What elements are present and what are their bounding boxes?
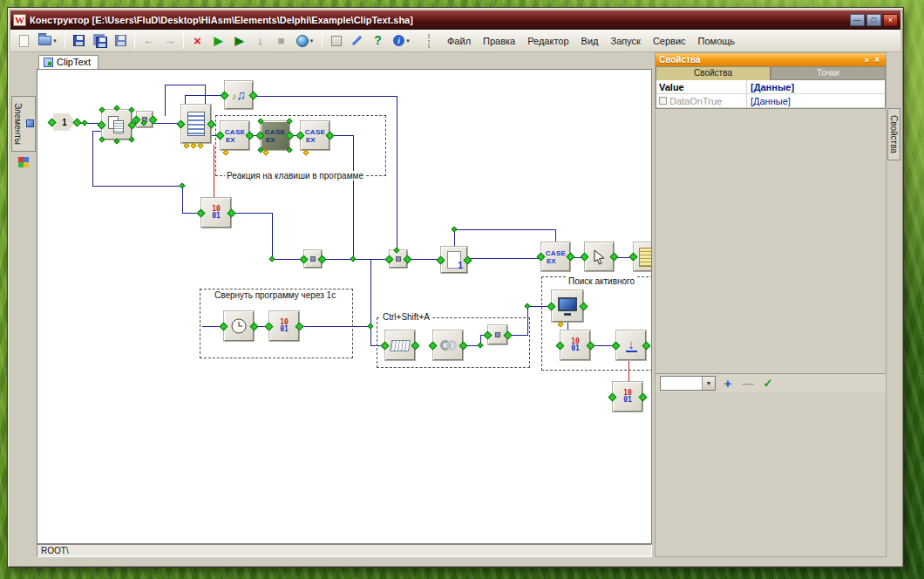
block-note[interactable] bbox=[634, 242, 652, 271]
title-bar[interactable]: W Конструктор [E:\Users\FluD\Desktop\HiA… bbox=[10, 10, 900, 30]
tab-cliptext[interactable]: ClipText bbox=[38, 55, 99, 69]
menu-service[interactable]: Сервис bbox=[647, 34, 692, 48]
properties-empty-area bbox=[656, 109, 886, 373]
case-label: CASE bbox=[305, 128, 325, 136]
save-as-button[interactable] bbox=[111, 31, 131, 51]
dropdown-icon: ▼ bbox=[405, 38, 411, 44]
block-counter-2[interactable]: 1001 bbox=[269, 311, 299, 341]
elements-palette-icon[interactable] bbox=[18, 157, 29, 167]
menu-run[interactable]: Запуск bbox=[604, 34, 646, 48]
tools-button[interactable] bbox=[347, 31, 367, 51]
point-combo[interactable]: ▼ bbox=[660, 376, 716, 391]
run-button[interactable]: ▶ bbox=[208, 31, 228, 51]
maximize-button[interactable]: □ bbox=[866, 14, 881, 26]
block-case-ex-1[interactable]: CASE EX bbox=[221, 121, 249, 150]
properties-panel: Свойства » × Свойства Точки Value [Данны… bbox=[655, 52, 887, 557]
step-button[interactable]: ↓ bbox=[250, 31, 270, 51]
scheme-canvas[interactable]: Реакция на клавиши в программе Свернуть … bbox=[37, 69, 652, 544]
counter-icon: 1001 bbox=[280, 319, 289, 333]
remove-point-button[interactable]: — bbox=[740, 376, 756, 392]
counter-icon: 1001 bbox=[212, 206, 221, 220]
block-hotkey[interactable] bbox=[433, 330, 463, 360]
save-button[interactable] bbox=[69, 31, 89, 51]
block-counter-4[interactable]: 1001 bbox=[613, 382, 642, 412]
menu-editor[interactable]: Редактор bbox=[521, 34, 574, 48]
open-button[interactable]: ▼ bbox=[35, 31, 61, 51]
tab-points[interactable]: Точки bbox=[771, 66, 886, 80]
counter-icon: 1001 bbox=[571, 338, 580, 352]
save-as-icon bbox=[115, 35, 126, 46]
menu-edit[interactable]: Правка bbox=[477, 34, 521, 48]
form-editor-button[interactable] bbox=[326, 31, 346, 51]
block-case-ex-2-selected[interactable]: CASE EX bbox=[261, 121, 289, 150]
elements-tab[interactable]: Элементы bbox=[11, 96, 36, 152]
menu-file[interactable]: Файл bbox=[441, 34, 477, 48]
properties-side-tab[interactable]: Свойства bbox=[887, 108, 900, 160]
document-tab-row: ClipText bbox=[37, 52, 652, 69]
block-hub[interactable] bbox=[304, 250, 322, 268]
properties-header-title: Свойства bbox=[659, 55, 701, 65]
case-ex-label: EX bbox=[306, 136, 316, 144]
property-row-value[interactable]: Value [Данные] bbox=[656, 80, 885, 94]
minimize-button[interactable]: — bbox=[850, 14, 865, 26]
main-toolbar: ▼ ← → × ▶ ▶ ↓ ■ ▼ ? i▼ Файл Правка Реда bbox=[10, 30, 900, 52]
block-keyboard[interactable] bbox=[385, 330, 415, 360]
property-row-dataontrue[interactable]: DataOnTrue [Данные] bbox=[656, 94, 885, 108]
combo-dropdown-icon[interactable]: ▼ bbox=[702, 377, 715, 390]
new-button[interactable] bbox=[14, 31, 34, 51]
form-icon bbox=[331, 36, 342, 46]
block-timer[interactable] bbox=[224, 311, 254, 341]
run-form-button[interactable]: ▶ bbox=[229, 31, 249, 51]
open-folder-icon bbox=[38, 36, 51, 45]
music-note-icon: ♪♫ bbox=[232, 87, 246, 103]
save-all-button[interactable] bbox=[90, 31, 110, 51]
menu-help[interactable]: Помощь bbox=[692, 34, 742, 48]
close-button[interactable]: × bbox=[883, 14, 898, 26]
checkbox-icon[interactable] bbox=[659, 97, 667, 105]
tab-properties[interactable]: Свойства bbox=[656, 66, 771, 80]
block-counter-3[interactable]: 1001 bbox=[561, 330, 590, 360]
panel-collapse-button[interactable]: » bbox=[862, 55, 873, 65]
property-value[interactable]: [Данные] bbox=[747, 96, 885, 106]
block-hub[interactable] bbox=[488, 325, 507, 344]
hub-icon bbox=[310, 256, 316, 262]
case-ex-label: EX bbox=[226, 136, 235, 144]
info-icon: i bbox=[393, 35, 404, 46]
delete-button[interactable]: × bbox=[187, 31, 207, 51]
build-button[interactable]: ▼ bbox=[292, 31, 318, 51]
add-point-button[interactable]: + bbox=[720, 376, 736, 392]
block-counter-1[interactable]: 1001 bbox=[201, 198, 231, 228]
forward-button[interactable]: → bbox=[160, 31, 180, 51]
clock-icon bbox=[230, 317, 248, 335]
region-label: Поиск активного bbox=[567, 276, 636, 286]
block-case-ex-3[interactable]: CASE EX bbox=[301, 121, 330, 150]
menu-bar: Файл Правка Редактор Вид Запуск Сервис П… bbox=[441, 34, 741, 48]
case-label: CASE bbox=[265, 128, 285, 136]
panel-close-button[interactable]: × bbox=[872, 55, 882, 65]
property-value[interactable]: [Данные] bbox=[747, 82, 885, 92]
copy-icon bbox=[108, 116, 126, 134]
block-window-finder[interactable] bbox=[552, 290, 583, 322]
region-label: Свернуть программу через 1с bbox=[213, 290, 337, 300]
menu-view[interactable]: Вид bbox=[575, 34, 605, 48]
block-get-text[interactable]: ↓ bbox=[616, 330, 646, 360]
status-path: ROOT\ bbox=[41, 546, 69, 555]
block-entry[interactable]: 1 bbox=[53, 113, 76, 131]
block-clipboard[interactable] bbox=[102, 110, 132, 140]
list-icon bbox=[187, 112, 205, 136]
back-button[interactable]: ← bbox=[139, 31, 159, 51]
back-arrow-icon: ← bbox=[143, 35, 154, 46]
help-button[interactable]: ? bbox=[368, 31, 388, 51]
about-button[interactable]: i▼ bbox=[389, 31, 415, 51]
block-cursor[interactable] bbox=[585, 242, 614, 271]
block-hub[interactable] bbox=[390, 250, 407, 268]
block-case-ex-4[interactable]: CASE EX bbox=[541, 242, 570, 271]
stop-button[interactable]: ■ bbox=[271, 31, 291, 51]
apply-button[interactable]: ✓ bbox=[760, 376, 776, 392]
block-sound[interactable]: ♪♫ bbox=[225, 81, 253, 109]
hub-icon bbox=[396, 256, 401, 262]
wand-icon bbox=[351, 35, 363, 46]
block-memo-one[interactable]: 1 bbox=[441, 247, 467, 273]
block-memory-list[interactable] bbox=[181, 105, 211, 143]
properties-side-tab-label: Свойства bbox=[889, 115, 899, 153]
